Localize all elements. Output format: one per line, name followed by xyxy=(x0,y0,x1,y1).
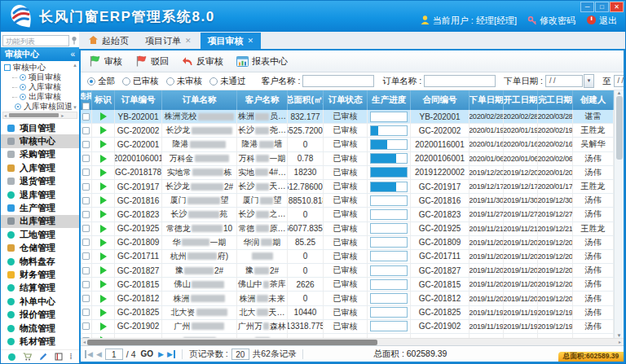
filter-radio-全部[interactable]: 全部 xyxy=(87,76,115,87)
row-checkbox[interactable] xyxy=(82,309,90,316)
scroll-thumb[interactable] xyxy=(616,96,623,160)
change-password-button[interactable]: 修改密码 xyxy=(527,15,575,27)
first-page-button[interactable]: ◀ xyxy=(85,350,93,358)
table-row[interactable]: GC-201823长沙苑长沙之…0已审核GC-2018232019/11/272… xyxy=(81,208,614,221)
table-row[interactable]: GC-201902广州广州万森林13318.775已审核GC-201902201… xyxy=(81,320,614,334)
more-icon[interactable]: ⁞ xyxy=(70,353,73,361)
sidebar-item-采购管理[interactable]: 采购管理 xyxy=(1,148,79,161)
row-checkbox[interactable] xyxy=(82,183,90,191)
horizontal-scrollbar[interactable]: ◄ ► xyxy=(81,338,624,345)
cart-icon[interactable] xyxy=(23,353,32,361)
sidebar-item-物流管理[interactable]: 物流管理 xyxy=(1,322,79,335)
row-checkbox[interactable] xyxy=(82,239,90,246)
table-row[interactable]: GC-201816厦门望厦门望188510.818已审核GC-201816201… xyxy=(81,194,614,208)
sidebar-item-出库管理[interactable]: 出库管理 xyxy=(1,215,79,228)
toolbar-button-flag-red[interactable]: 驳回 xyxy=(135,55,169,68)
row-checkbox[interactable] xyxy=(82,252,90,260)
scroll-up-icon[interactable]: ▲ xyxy=(617,90,622,95)
sidebar-item-报价管理[interactable]: 报价管理 xyxy=(1,308,79,321)
sidebar-item-结算管理[interactable]: 结算管理 xyxy=(1,282,79,295)
filter-text-input[interactable] xyxy=(424,75,496,87)
table-row[interactable]: YB-202001株洲党校株洲员…832.177已审核YB-2020012020… xyxy=(81,110,614,124)
row-checkbox[interactable] xyxy=(82,225,90,232)
row-checkbox[interactable] xyxy=(82,155,90,162)
prev-page-button[interactable]: ◀ xyxy=(96,350,102,358)
row-checkbox[interactable] xyxy=(82,267,90,274)
row-checkbox[interactable] xyxy=(82,211,90,218)
page-size-input[interactable]: 20 xyxy=(231,349,249,360)
row-checkbox[interactable] xyxy=(82,127,90,134)
filter-date-input[interactable]: / / xyxy=(614,75,624,87)
table-row[interactable]: GC-202001隆港隆港墙0已审核202001160012020/01/162… xyxy=(81,138,614,151)
dropdown-arrow-icon[interactable]: ▼ xyxy=(584,74,594,88)
table-row[interactable]: GC-201917长沙龙2#长沙天…8512.78600…已审核GC-20191… xyxy=(81,180,614,194)
logout-button[interactable]: 退出 xyxy=(586,15,617,27)
minimize-button[interactable]: ─ xyxy=(580,2,594,12)
last-page-button[interactable]: ▶ xyxy=(167,350,175,358)
sidebar-item-退库管理[interactable]: 退库管理 xyxy=(1,188,79,201)
pen-icon[interactable] xyxy=(39,353,47,361)
go-button[interactable]: GO xyxy=(141,349,154,358)
book-icon[interactable] xyxy=(55,353,63,361)
scroll-thumb[interactable] xyxy=(87,340,377,345)
next-page-button[interactable]: ▶ xyxy=(158,350,164,358)
filter-text-input[interactable] xyxy=(302,75,374,87)
tree-scroll-down-icon[interactable]: ▼ xyxy=(73,105,77,110)
close-tab-icon[interactable]: ✕ xyxy=(248,37,254,45)
toolbar-button-report[interactable]: 报表中心 xyxy=(236,55,288,68)
page-number-input[interactable]: 1 xyxy=(105,349,123,360)
status-icon[interactable] xyxy=(8,353,15,361)
row-checkbox[interactable] xyxy=(82,281,90,288)
table-row[interactable]: GC-201711杭州府)0已审核GC-2017112019/11/202019… xyxy=(81,250,614,264)
select-all-checkbox[interactable] xyxy=(82,103,90,110)
sidebar-item-项目管理[interactable]: 项目管理 xyxy=(1,121,79,134)
pin-icon[interactable] xyxy=(71,33,77,48)
sidebar-item-耗材管理[interactable]: 耗材管理 xyxy=(1,335,79,348)
row-checkbox[interactable] xyxy=(82,322,90,330)
tree-horizontal-scrollbar[interactable]: ◄► xyxy=(2,112,77,119)
table-row[interactable]: GC-201825北大资北大天…10440已审核GC-2018252019/11… xyxy=(81,306,614,320)
sidebar-item-审核中心[interactable]: 审核中心 xyxy=(1,134,79,147)
maximize-button[interactable]: □ xyxy=(595,2,609,12)
sidebar-item-补单中心[interactable]: 补单中心 xyxy=(1,295,79,308)
table-row[interactable]: GC-202002长沙龙长沙尧…65525.7200…已审核GC-2020022… xyxy=(81,124,614,138)
sidebar-item-工地管理[interactable]: 工地管理 xyxy=(1,228,79,241)
sidebar-item-仓储管理[interactable]: 仓储管理 xyxy=(1,242,79,255)
table-row[interactable]: GC-201809华一期华润期85.25已审核GC-2018092019/11/… xyxy=(81,236,614,250)
tree-scroll-up-icon[interactable]: ▲ xyxy=(73,63,77,68)
table-row[interactable]: GC-201815佛山佛山中茶库2626已审核GC-2018152019/11/… xyxy=(81,278,614,292)
tab-project-audit[interactable]: 项目审核 ✕ xyxy=(201,33,262,49)
function-search-input[interactable]: 功能列表 xyxy=(2,35,69,46)
sidebar-item-物料盘存[interactable]: 物料盘存 xyxy=(1,255,79,268)
table-row[interactable]: GC-201827豫2#豫2#0已审核GC-2018272019/11/2020… xyxy=(81,264,614,278)
close-tab-icon[interactable]: ✕ xyxy=(185,37,192,45)
row-checkbox[interactable] xyxy=(82,141,90,148)
row-checkbox[interactable] xyxy=(82,295,90,302)
filter-radio-已审核[interactable]: 已审核 xyxy=(122,76,159,87)
row-checkbox[interactable] xyxy=(82,197,90,204)
table-row[interactable]: GC-2018178实地常栋实地4#…18230已审核2019122000220… xyxy=(81,166,614,180)
table-row[interactable]: GC-201812株洲株洲未来0已审核GC-2018122019/11/2020… xyxy=(81,292,614,305)
row-checkbox[interactable] xyxy=(82,169,90,176)
scroll-left-icon[interactable]: ◄ xyxy=(82,340,86,344)
row-checkbox[interactable] xyxy=(82,113,90,121)
toolbar-button-undo-red[interactable]: 反审核 xyxy=(182,55,223,68)
tree-item-入库审核回退[interactable]: 入库审核回退 xyxy=(4,102,71,112)
tab-project-orders[interactable]: 项目订单 ✕ xyxy=(138,33,199,49)
sidebar-item-入库管理[interactable]: 入库管理 xyxy=(1,161,79,174)
scroll-right-icon[interactable]: ► xyxy=(618,340,622,344)
filter-date-input[interactable]: / / xyxy=(545,75,583,87)
sidebar-item-退货管理[interactable]: 退货管理 xyxy=(1,175,79,188)
filter-radio-未审核[interactable]: 未审核 xyxy=(166,76,203,87)
toolbar-button-flag-green[interactable]: 审核 xyxy=(89,55,122,68)
close-button[interactable]: ✕ xyxy=(610,2,624,12)
column-header-选择[interactable]: 选择 xyxy=(81,90,92,110)
filter-radio-未通过[interactable]: 未通过 xyxy=(209,76,246,87)
sidebar-item-生产管理[interactable]: 生产管理 xyxy=(1,201,79,214)
tab-home[interactable]: 起始页 xyxy=(82,33,136,49)
table-row[interactable]: GC-201925常德龙10常德原…266077.835…已审核GC-20192… xyxy=(81,222,614,236)
collapse-icon[interactable]: « xyxy=(70,50,75,59)
vertical-scrollbar[interactable]: ▲ ▼ xyxy=(614,90,624,338)
table-row[interactable]: 20200106001万科金万科一期0.78已审核202001060012020… xyxy=(81,152,614,166)
scroll-thumb[interactable] xyxy=(9,113,59,117)
